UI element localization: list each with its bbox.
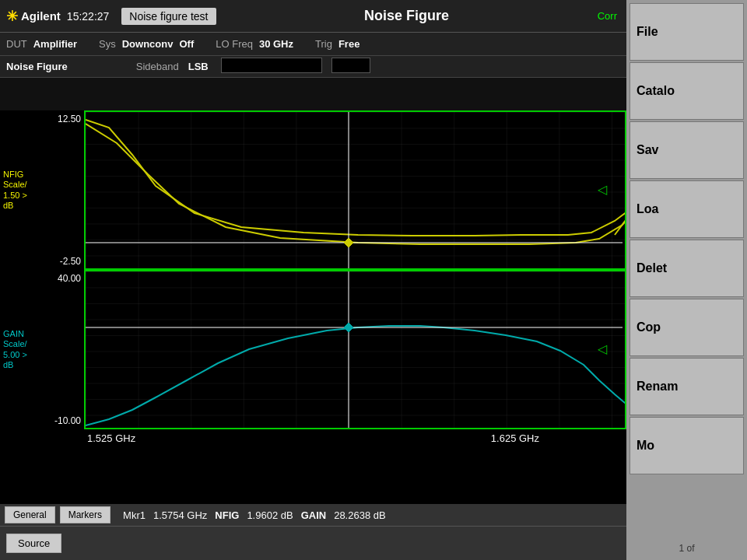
gain-plot: ◁ bbox=[84, 270, 626, 429]
catalog-button[interactable]: Catalo bbox=[630, 62, 744, 120]
trig-value: Free bbox=[338, 38, 359, 50]
sideband-value: LSB bbox=[188, 61, 209, 72]
nfig-marker-value: 1.9602 dB bbox=[247, 509, 293, 521]
rename-button[interactable]: Renam bbox=[630, 358, 744, 415]
lo-value: 30 GHz bbox=[259, 38, 293, 50]
agilent-text: Agilent bbox=[21, 9, 61, 23]
corr-label: Corr bbox=[598, 10, 617, 22]
sidebar: File Catalo Sav Loa Delet Cop Renam Mo 1… bbox=[626, 0, 747, 560]
nfig-bar: Noise Figure Sideband LSB bbox=[0, 56, 626, 78]
mkr-label: Mkr1 bbox=[123, 509, 146, 521]
dut-value: Amplifier bbox=[33, 38, 77, 50]
gain-grid: ◁ bbox=[86, 271, 625, 428]
file-button[interactable]: File bbox=[630, 3, 744, 61]
page-info: 1 of bbox=[630, 540, 744, 557]
noise-figure-title: Noise Figure bbox=[216, 8, 598, 24]
lo-label: LO Freq bbox=[216, 38, 253, 50]
svg-rect-1 bbox=[86, 271, 625, 428]
gain-header: GAIN bbox=[301, 509, 327, 521]
mkr-freq: 1.5754 GHz bbox=[153, 509, 207, 521]
freq-right: 1.625 GHz bbox=[491, 432, 539, 444]
markers-button[interactable]: Markers bbox=[60, 506, 110, 523]
nfig-input-2[interactable] bbox=[331, 58, 370, 76]
freq-left: 1.525 GHz bbox=[87, 432, 135, 444]
source-bar: Source bbox=[0, 526, 626, 560]
more-button[interactable]: Mo bbox=[630, 417, 744, 474]
nfig-y-label: NFIG Scale/ 1.50 > dB bbox=[3, 170, 81, 211]
delete-button[interactable]: Delet bbox=[630, 240, 744, 297]
sideband-label: Sideband bbox=[136, 61, 179, 72]
gain-chart-container: 40.00 GAIN Scale/ 5.00 > dB -10.00 bbox=[0, 270, 626, 429]
nfig-grid: ◁ bbox=[86, 112, 625, 268]
timestamp: 15:22:27 bbox=[67, 10, 110, 23]
marker-bar: General Markers Mkr1 1.5754 GHz NFIG 1.9… bbox=[0, 504, 626, 526]
gain-y-axis: 40.00 GAIN Scale/ 5.00 > dB -10.00 bbox=[0, 270, 84, 429]
marker-section: Mkr1 1.5754 GHz NFIG 1.9602 dB GAIN 28.2… bbox=[123, 509, 622, 521]
freq-bar: 1.525 GHz 1.625 GHz bbox=[0, 429, 626, 447]
nfig-label: Noise Figure bbox=[6, 61, 68, 72]
agilent-logo: ✳ Agilent bbox=[6, 8, 61, 25]
sun-icon: ✳ bbox=[6, 8, 18, 25]
charts-area: 12.50 NFIG Scale/ 1.50 > dB -2.50 bbox=[0, 110, 626, 504]
gain-marker-value: 28.2638 dB bbox=[334, 509, 386, 521]
nfig-header: NFIG bbox=[215, 509, 239, 521]
copy-button[interactable]: Cop bbox=[630, 299, 744, 356]
load-button[interactable]: Loa bbox=[630, 180, 744, 238]
source-button[interactable]: Source bbox=[6, 534, 61, 553]
svg-rect-0 bbox=[86, 112, 625, 268]
sys-label: Sys bbox=[99, 38, 116, 50]
nfig-input-1[interactable] bbox=[221, 58, 322, 76]
general-button[interactable]: General bbox=[5, 506, 55, 523]
off-value: Off bbox=[179, 38, 194, 50]
gain-y-bottom: -10.00 bbox=[3, 415, 81, 426]
nfig-y-bottom: -2.50 bbox=[3, 256, 81, 267]
nfig-right-arrow: ◁ bbox=[598, 183, 608, 196]
gain-y-top: 40.00 bbox=[3, 273, 81, 284]
nfig-plot: ◁ bbox=[84, 110, 626, 270]
noise-figure-tooltip: Noise figure test bbox=[121, 8, 216, 25]
dut-label: DUT bbox=[6, 38, 27, 50]
gain-y-label: GAIN Scale/ 5.00 > dB bbox=[3, 329, 81, 370]
trig-label: Trig bbox=[315, 38, 332, 50]
gain-right-arrow: ◁ bbox=[598, 342, 608, 355]
sys-value: Downconv bbox=[122, 38, 174, 50]
nfig-y-axis: 12.50 NFIG Scale/ 1.50 > dB -2.50 bbox=[0, 110, 84, 270]
dut-bar: DUT Amplifier Sys Downconv Off LO Freq 3… bbox=[0, 33, 626, 56]
nfig-chart-container: 12.50 NFIG Scale/ 1.50 > dB -2.50 bbox=[0, 110, 626, 270]
nfig-y-top: 12.50 bbox=[3, 114, 81, 124]
chart-spacer bbox=[0, 78, 626, 110]
save-button[interactable]: Sav bbox=[630, 121, 744, 179]
